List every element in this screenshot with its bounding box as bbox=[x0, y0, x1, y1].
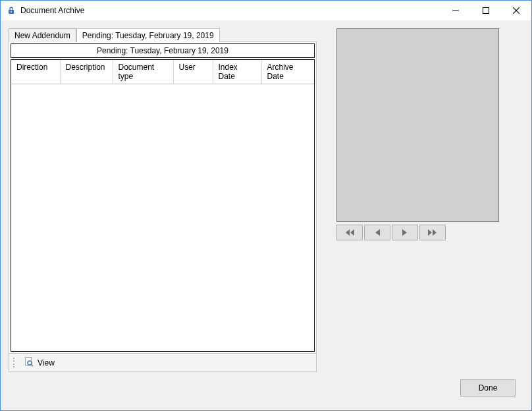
magnifier-icon bbox=[24, 356, 34, 369]
view-button-label: View bbox=[38, 358, 55, 368]
svg-rect-3 bbox=[483, 8, 489, 14]
col-description[interactable]: Description bbox=[60, 60, 113, 84]
close-button[interactable] bbox=[501, 1, 531, 20]
tab-pending[interactable]: Pending: Tuesday, February 19, 2019 bbox=[76, 28, 220, 42]
svg-point-1 bbox=[11, 11, 12, 13]
documents-table: Direction Description Document type User… bbox=[11, 59, 315, 352]
nav-prev-button[interactable] bbox=[364, 225, 390, 240]
window-title: Document Archive bbox=[20, 6, 84, 15]
footer: Done bbox=[9, 372, 523, 404]
bottom-toolbar: View bbox=[9, 354, 317, 372]
col-index-date[interactable]: Index Date bbox=[213, 60, 261, 84]
view-button[interactable]: View bbox=[20, 355, 59, 370]
toolbar-grip bbox=[13, 358, 16, 368]
done-button[interactable]: Done bbox=[460, 379, 516, 397]
preview-nav bbox=[336, 225, 446, 240]
tab-strip: New Addendum Pending: Tuesday, February … bbox=[9, 27, 317, 41]
nav-next-button[interactable] bbox=[392, 225, 418, 240]
content-area: New Addendum Pending: Tuesday, February … bbox=[1, 20, 531, 410]
lock-icon bbox=[6, 5, 16, 16]
nav-last-button[interactable] bbox=[419, 225, 446, 240]
window-root: Document Archive New Addendum Pending: T… bbox=[0, 0, 532, 411]
titlebar: Document Archive bbox=[1, 1, 531, 20]
svg-line-8 bbox=[31, 364, 33, 366]
col-user[interactable]: User bbox=[173, 60, 213, 84]
panel-caption: Pending: Tuesday, February 19, 2019 bbox=[11, 43, 315, 58]
nav-first-button[interactable] bbox=[336, 225, 363, 240]
col-document-type[interactable]: Document type bbox=[113, 60, 173, 84]
tab-panel: Pending: Tuesday, February 19, 2019 Dire… bbox=[9, 41, 317, 354]
col-direction[interactable]: Direction bbox=[11, 60, 60, 84]
tab-new-addendum[interactable]: New Addendum bbox=[9, 28, 76, 42]
minimize-button[interactable] bbox=[440, 1, 471, 20]
maximize-button[interactable] bbox=[471, 1, 501, 20]
table-body-empty bbox=[11, 84, 314, 351]
col-archive-date[interactable]: Archive Date bbox=[261, 60, 314, 84]
titlebar-buttons bbox=[440, 1, 531, 20]
right-panel bbox=[336, 27, 523, 372]
done-button-label: Done bbox=[479, 383, 498, 393]
preview-pane bbox=[336, 28, 499, 222]
left-panel: New Addendum Pending: Tuesday, February … bbox=[9, 27, 317, 372]
